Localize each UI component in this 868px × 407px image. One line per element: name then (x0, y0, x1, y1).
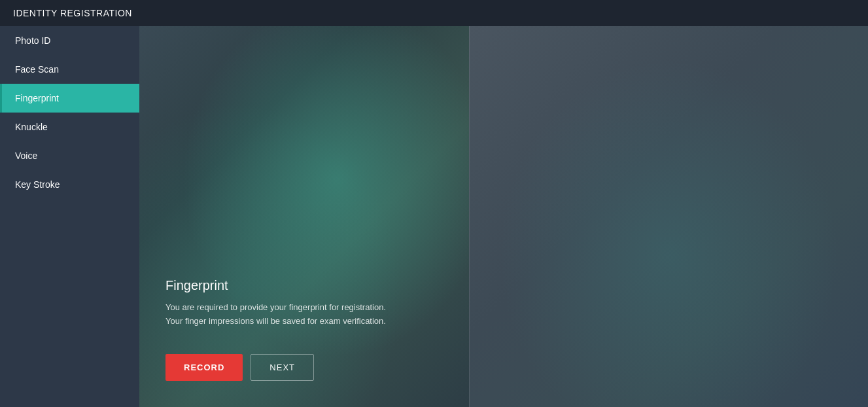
content-left-panel: Fingerprint You are required to provide … (139, 26, 469, 407)
sidebar-item-photo-id[interactable]: Photo ID (0, 26, 139, 55)
content-area: Fingerprint You are required to provide … (139, 26, 868, 407)
sidebar-item-knuckle[interactable]: Knuckle (0, 113, 139, 141)
sidebar: Photo ID Face Scan Fingerprint Knuckle V… (0, 26, 139, 407)
bg-gradient-right (469, 26, 868, 407)
buttons-area: RECORD NEXT (165, 354, 314, 381)
fingerprint-description: You are required to provide your fingerp… (165, 301, 443, 328)
main-area: Photo ID Face Scan Fingerprint Knuckle V… (0, 26, 868, 407)
sidebar-item-fingerprint[interactable]: Fingerprint (0, 84, 139, 113)
title-bar: IDENTITY REGISTRATION (0, 0, 868, 26)
app-title: IDENTITY REGISTRATION (13, 8, 132, 18)
sidebar-item-voice[interactable]: Voice (0, 141, 139, 170)
sidebar-item-face-scan[interactable]: Face Scan (0, 55, 139, 84)
sidebar-item-key-stroke[interactable]: Key Stroke (0, 170, 139, 199)
content-divider (469, 26, 470, 407)
bg-gradient-left (139, 26, 469, 407)
fingerprint-title: Fingerprint (165, 278, 443, 293)
record-button[interactable]: RECORD (165, 354, 243, 381)
app-container: IDENTITY REGISTRATION Photo ID Face Scan… (0, 0, 868, 407)
content-right-panel (469, 26, 868, 407)
content-text-area: Fingerprint You are required to provide … (165, 278, 443, 328)
next-button[interactable]: NEXT (251, 354, 314, 381)
